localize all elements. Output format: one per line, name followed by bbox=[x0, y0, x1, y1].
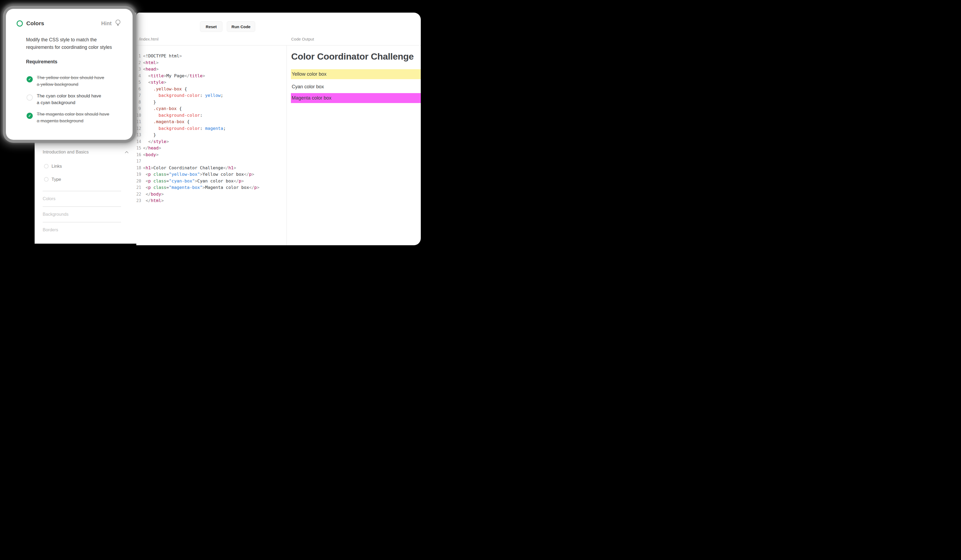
empty-circle-icon: ✓ bbox=[27, 95, 33, 101]
line-number: 20 bbox=[136, 178, 141, 185]
sidebar-item-label: Type bbox=[51, 177, 61, 182]
line-number: 21 bbox=[136, 185, 141, 191]
file-tab-index-html[interactable]: /index.html bbox=[139, 37, 159, 41]
code-line: 7 background-color: yellow; bbox=[136, 92, 286, 99]
divider bbox=[43, 206, 121, 207]
task-title: Colors bbox=[26, 20, 101, 27]
line-number: 3 bbox=[136, 66, 141, 73]
line-number: 17 bbox=[136, 158, 141, 165]
code-line: 4 <title>My Page</title> bbox=[136, 73, 286, 79]
line-number: 7 bbox=[136, 92, 141, 99]
line-number: 6 bbox=[136, 86, 141, 93]
sidebar-section-intro-basics[interactable]: Introduction and Basics bbox=[43, 149, 129, 154]
code-editor[interactable]: 1<!DOCTYPE html>2<html>3<head>4 <title>M… bbox=[136, 46, 286, 245]
sidebar-item-type[interactable]: Type bbox=[44, 177, 61, 182]
code-line: 19 <p class="yellow-box">Yellow color bo… bbox=[136, 171, 286, 178]
line-number: 23 bbox=[136, 197, 141, 204]
sidebar-section-label: Introduction and Basics bbox=[43, 149, 125, 154]
line-number: 10 bbox=[136, 112, 141, 119]
checkmark-circle-icon: ✓ bbox=[27, 113, 33, 119]
code-line: 14 </style> bbox=[136, 138, 286, 145]
reset-button[interactable]: Reset bbox=[200, 21, 222, 32]
code-line: 2<html> bbox=[136, 59, 286, 66]
line-number: 9 bbox=[136, 106, 141, 112]
line-number: 2 bbox=[136, 59, 141, 66]
task-card: Colors Hint Modify the CSS style to matc… bbox=[6, 9, 133, 140]
code-line: 3<head> bbox=[136, 66, 286, 73]
requirement-text: The yellow color box should havea yellow… bbox=[37, 75, 104, 88]
requirement-text: The magenta color box should havea magen… bbox=[37, 111, 109, 124]
run-code-button[interactable]: Run Code bbox=[227, 21, 255, 32]
app-window: Reset Run Code /index.html Code Output 1… bbox=[136, 13, 421, 245]
divider bbox=[43, 222, 121, 223]
requirement-item: ✓The cyan color box should havea cyan ba… bbox=[6, 93, 133, 106]
requirements-list: ✓The yellow color box should havea yello… bbox=[6, 75, 133, 124]
line-number: 18 bbox=[136, 165, 141, 172]
requirements-heading: Requirements bbox=[26, 59, 133, 65]
code-line: 20 <p class="cyan-box">Cyan color box</p… bbox=[136, 178, 286, 185]
task-status-circle-icon bbox=[17, 20, 23, 27]
code-output-label: Code Output bbox=[291, 37, 314, 41]
code-line: 22 </body> bbox=[136, 191, 286, 198]
code-line: 12 background-color: magenta; bbox=[136, 125, 286, 132]
code-line: 21 <p class="magenta-box">Magenta color … bbox=[136, 185, 286, 191]
code-line: 18<h1>Color Coordinator Challenge</h1> bbox=[136, 165, 286, 172]
code-line: 16<body> bbox=[136, 152, 286, 158]
line-number: 13 bbox=[136, 132, 141, 138]
radio-circle-icon bbox=[44, 164, 48, 168]
code-line: 1<!DOCTYPE html> bbox=[136, 53, 286, 59]
requirement-item: ✓The magenta color box should havea mage… bbox=[6, 111, 133, 124]
line-number: 12 bbox=[136, 125, 141, 132]
line-number: 4 bbox=[136, 73, 141, 79]
line-number: 5 bbox=[136, 79, 141, 86]
code-line: 9 .cyan-box { bbox=[136, 106, 286, 112]
output-boxes: Yellow color boxCyan color boxMagenta co… bbox=[287, 69, 421, 103]
line-number: 11 bbox=[136, 119, 141, 125]
line-number: 22 bbox=[136, 191, 141, 198]
requirement-text: The cyan color box should havea cyan bac… bbox=[37, 93, 101, 106]
code-line: 17 bbox=[136, 158, 286, 165]
divider bbox=[43, 191, 121, 191]
code-line: 11 .magenta-box { bbox=[136, 119, 286, 125]
output-color-box: Cyan color box bbox=[292, 84, 421, 89]
requirement-item: ✓The yellow color box should havea yello… bbox=[6, 75, 133, 88]
line-number: 8 bbox=[136, 99, 141, 106]
radio-circle-icon bbox=[44, 177, 48, 182]
sidebar-item-links[interactable]: Links bbox=[44, 164, 62, 169]
lightbulb-icon bbox=[114, 19, 121, 27]
line-number: 19 bbox=[136, 171, 141, 178]
sidebar-item-label: Links bbox=[51, 164, 62, 169]
output-color-box: Yellow color box bbox=[291, 69, 421, 79]
line-number: 16 bbox=[136, 152, 141, 158]
code-output-panel: Color Coordinator Challenge Yellow color… bbox=[287, 46, 421, 245]
code-line: 13 } bbox=[136, 132, 286, 138]
hint-button[interactable]: Hint bbox=[101, 19, 121, 27]
screen: Reset Run Code /index.html Code Output 1… bbox=[0, 0, 421, 245]
code-line: 5 <style> bbox=[136, 79, 286, 86]
code-line: 8 } bbox=[136, 99, 286, 106]
sidebar-section-colors[interactable]: Colors bbox=[43, 196, 56, 201]
task-description: Modify the CSS style to match therequire… bbox=[26, 36, 123, 51]
output-color-box: Magenta color box bbox=[291, 93, 421, 103]
line-number: 1 bbox=[136, 53, 141, 59]
task-card-header: Colors Hint bbox=[6, 19, 133, 27]
code-line: 10 background-color: bbox=[136, 112, 286, 119]
checkmark-circle-icon: ✓ bbox=[27, 76, 33, 82]
line-number: 15 bbox=[136, 145, 141, 152]
code-line: 23 </html> bbox=[136, 197, 286, 204]
output-heading: Color Coordinator Challenge bbox=[291, 51, 421, 62]
sidebar-section-borders[interactable]: Borders bbox=[43, 227, 58, 233]
window-body: 1<!DOCTYPE html>2<html>3<head>4 <title>M… bbox=[136, 46, 421, 245]
hint-label: Hint bbox=[101, 20, 112, 27]
line-number: 14 bbox=[136, 138, 141, 145]
sidebar-section-backgrounds[interactable]: Backgrounds bbox=[43, 212, 68, 217]
code-line: 15</head> bbox=[136, 145, 286, 152]
code-line: 6 .yellow-box { bbox=[136, 86, 286, 93]
chevron-up-icon bbox=[125, 150, 129, 154]
